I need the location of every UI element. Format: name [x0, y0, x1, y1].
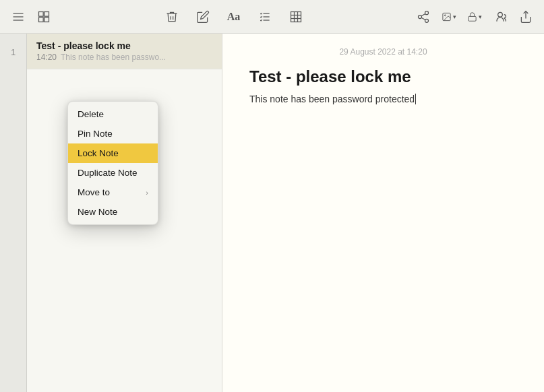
svg-rect-22	[469, 16, 476, 21]
context-menu-item-delete[interactable]: Delete	[68, 104, 158, 124]
format-icon[interactable]: Aa	[226, 9, 241, 24]
sidebar-numbers: 1	[0, 34, 27, 392]
note-editor-title[interactable]: Test - please lock me	[249, 66, 517, 87]
grid-view-icon[interactable]	[36, 9, 51, 24]
svg-rect-3	[39, 11, 44, 16]
svg-line-18	[421, 18, 425, 20]
svg-rect-5	[39, 17, 44, 22]
context-menu-item-new-note[interactable]: New Note	[68, 202, 158, 222]
svg-rect-6	[44, 17, 49, 22]
context-menu-item-lock-note[interactable]: Lock Note	[68, 143, 158, 163]
note-item-preview: This note has been passwo...	[61, 53, 166, 62]
main-layout: 1 Test - please lock me 14:20 This note …	[0, 34, 544, 392]
table-icon[interactable]	[289, 9, 303, 24]
share-link-icon[interactable]	[416, 9, 431, 24]
svg-point-17	[425, 19, 429, 22]
notes-list: Test - please lock me 14:20 This note ha…	[27, 34, 222, 392]
media-icon[interactable]: ▾	[442, 9, 456, 24]
note-item-time: 14:20	[36, 53, 57, 62]
note-item-title: Test - please lock me	[36, 40, 212, 51]
note-date: 29 August 2022 at 14:20	[249, 47, 517, 57]
context-menu-item-move-to[interactable]: Move to ›	[68, 183, 158, 202]
toolbar-view-controls	[11, 9, 51, 24]
context-menu: Delete Pin Note Lock Note Duplicate Note…	[67, 101, 158, 225]
lock-icon[interactable]: ▾	[467, 9, 482, 24]
svg-point-16	[419, 15, 422, 18]
note-editor: 29 August 2022 at 14:20 Test - please lo…	[222, 34, 544, 392]
svg-rect-10	[291, 11, 301, 22]
context-menu-item-duplicate-note[interactable]: Duplicate Note	[68, 163, 158, 183]
submenu-chevron-icon: ›	[146, 189, 148, 197]
svg-point-23	[498, 12, 503, 17]
context-menu-item-pin-note[interactable]: Pin Note	[68, 124, 158, 143]
svg-line-19	[421, 13, 425, 15]
export-icon[interactable]	[518, 9, 533, 24]
toolbar: Aa ▾ ▾	[0, 0, 544, 34]
toolbar-actions: Aa	[164, 9, 303, 24]
trash-icon[interactable]	[164, 9, 179, 24]
note-list-item[interactable]: Test - please lock me 14:20 This note ha…	[27, 34, 222, 69]
svg-rect-4	[44, 11, 49, 16]
svg-point-21	[444, 14, 446, 15]
svg-point-15	[425, 11, 429, 14]
compose-icon[interactable]	[195, 9, 210, 24]
note-item-meta: 14:20 This note has been passwo...	[36, 53, 212, 62]
toolbar-right-actions: ▾ ▾	[416, 9, 533, 24]
sidebar-number: 1	[11, 47, 16, 57]
list-view-icon[interactable]	[11, 9, 26, 24]
collaborate-icon[interactable]	[493, 9, 508, 24]
text-cursor	[415, 94, 416, 104]
checklist-icon[interactable]	[258, 9, 272, 24]
note-editor-body[interactable]: This note has been password protected	[249, 92, 517, 106]
